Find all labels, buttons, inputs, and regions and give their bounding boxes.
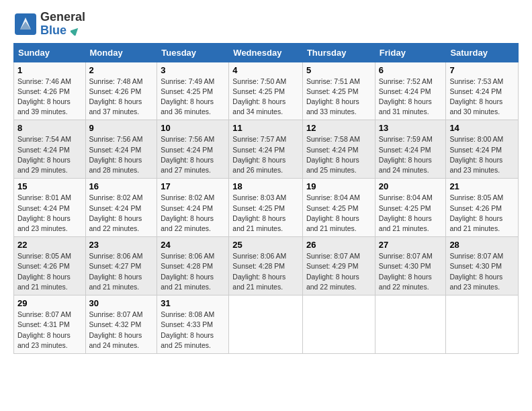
day-number: 25 xyxy=(232,240,299,250)
day-detail: Sunrise: 8:03 AMSunset: 4:25 PMDaylight:… xyxy=(232,193,299,234)
week-row-5: 29Sunrise: 8:07 AMSunset: 4:31 PMDayligh… xyxy=(14,295,519,354)
calendar: SundayMondayTuesdayWednesdayThursdayFrid… xyxy=(13,43,519,354)
week-row-3: 15Sunrise: 8:01 AMSunset: 4:24 PMDayligh… xyxy=(14,179,519,237)
day-detail: Sunrise: 8:07 AMSunset: 4:32 PMDaylight:… xyxy=(89,310,154,351)
day-cell: 30Sunrise: 8:07 AMSunset: 4:32 PMDayligh… xyxy=(85,295,157,354)
day-detail: Sunrise: 8:07 AMSunset: 4:30 PMDaylight:… xyxy=(379,251,443,292)
day-detail: Sunrise: 8:06 AMSunset: 4:28 PMDaylight:… xyxy=(161,251,225,292)
day-cell: 4Sunrise: 7:50 AMSunset: 4:25 PMDaylight… xyxy=(229,62,303,120)
day-detail: Sunrise: 8:07 AMSunset: 4:31 PMDaylight:… xyxy=(17,310,82,351)
day-cell: 3Sunrise: 7:49 AMSunset: 4:25 PMDaylight… xyxy=(157,62,229,120)
day-number: 15 xyxy=(17,181,82,191)
day-detail: Sunrise: 8:01 AMSunset: 4:24 PMDaylight:… xyxy=(17,193,82,234)
day-number: 12 xyxy=(306,123,371,133)
day-number: 6 xyxy=(379,65,443,75)
day-cell: 1Sunrise: 7:46 AMSunset: 4:26 PMDaylight… xyxy=(14,62,86,120)
day-number: 14 xyxy=(449,123,515,133)
col-header-saturday: Saturday xyxy=(446,43,519,62)
day-cell xyxy=(229,295,303,354)
day-number: 11 xyxy=(232,123,299,133)
day-detail: Sunrise: 8:07 AMSunset: 4:30 PMDaylight:… xyxy=(449,251,515,292)
day-number: 19 xyxy=(306,181,371,191)
day-detail: Sunrise: 7:59 AMSunset: 4:24 PMDaylight:… xyxy=(379,134,443,175)
logo-general: General xyxy=(40,10,85,24)
day-detail: Sunrise: 8:02 AMSunset: 4:24 PMDaylight:… xyxy=(89,193,154,234)
col-header-wednesday: Wednesday xyxy=(229,43,303,62)
day-detail: Sunrise: 8:08 AMSunset: 4:33 PMDaylight:… xyxy=(161,310,225,351)
day-cell xyxy=(302,295,375,354)
week-row-2: 8Sunrise: 7:54 AMSunset: 4:24 PMDaylight… xyxy=(14,120,519,179)
day-cell: 10Sunrise: 7:56 AMSunset: 4:24 PMDayligh… xyxy=(157,120,229,179)
day-number: 22 xyxy=(17,240,82,250)
day-number: 20 xyxy=(379,181,443,191)
day-cell: 17Sunrise: 8:02 AMSunset: 4:24 PMDayligh… xyxy=(157,179,229,237)
day-detail: Sunrise: 7:57 AMSunset: 4:24 PMDaylight:… xyxy=(232,134,299,175)
col-header-tuesday: Tuesday xyxy=(157,43,229,62)
col-header-friday: Friday xyxy=(375,43,446,62)
day-cell: 6Sunrise: 7:52 AMSunset: 4:24 PMDaylight… xyxy=(375,62,446,120)
calendar-header-row: SundayMondayTuesdayWednesdayThursdayFrid… xyxy=(14,43,519,62)
day-cell: 22Sunrise: 8:05 AMSunset: 4:26 PMDayligh… xyxy=(14,237,86,295)
day-number: 27 xyxy=(379,240,443,250)
day-number: 13 xyxy=(379,123,443,133)
day-detail: Sunrise: 7:54 AMSunset: 4:24 PMDaylight:… xyxy=(17,134,82,175)
day-cell: 31Sunrise: 8:08 AMSunset: 4:33 PMDayligh… xyxy=(157,295,229,354)
day-number: 31 xyxy=(161,298,225,308)
day-cell: 27Sunrise: 8:07 AMSunset: 4:30 PMDayligh… xyxy=(375,237,446,295)
col-header-monday: Monday xyxy=(85,43,157,62)
svg-marker-3 xyxy=(71,26,80,36)
day-number: 28 xyxy=(449,240,515,250)
day-cell: 13Sunrise: 7:59 AMSunset: 4:24 PMDayligh… xyxy=(375,120,446,179)
day-detail: Sunrise: 7:56 AMSunset: 4:24 PMDaylight:… xyxy=(161,134,225,175)
day-number: 9 xyxy=(89,123,154,133)
logo: General Blue xyxy=(13,11,85,38)
day-cell: 20Sunrise: 8:04 AMSunset: 4:25 PMDayligh… xyxy=(375,179,446,237)
logo-icon xyxy=(13,12,38,36)
day-number: 5 xyxy=(306,65,371,75)
day-cell: 9Sunrise: 7:56 AMSunset: 4:24 PMDaylight… xyxy=(85,120,157,179)
day-number: 16 xyxy=(89,181,154,191)
day-cell xyxy=(446,295,519,354)
day-number: 18 xyxy=(232,181,299,191)
day-detail: Sunrise: 7:53 AMSunset: 4:24 PMDaylight:… xyxy=(449,77,515,118)
day-cell: 19Sunrise: 8:04 AMSunset: 4:25 PMDayligh… xyxy=(302,179,375,237)
day-detail: Sunrise: 8:02 AMSunset: 4:24 PMDaylight:… xyxy=(161,193,225,234)
day-detail: Sunrise: 8:05 AMSunset: 4:26 PMDaylight:… xyxy=(449,193,515,234)
day-cell: 14Sunrise: 8:00 AMSunset: 4:24 PMDayligh… xyxy=(446,120,519,179)
day-number: 17 xyxy=(161,181,225,191)
day-cell: 5Sunrise: 7:51 AMSunset: 4:25 PMDaylight… xyxy=(302,62,375,120)
day-detail: Sunrise: 7:50 AMSunset: 4:25 PMDaylight:… xyxy=(232,77,299,118)
day-cell: 21Sunrise: 8:05 AMSunset: 4:26 PMDayligh… xyxy=(446,179,519,237)
day-number: 24 xyxy=(161,240,225,250)
day-detail: Sunrise: 8:07 AMSunset: 4:29 PMDaylight:… xyxy=(306,251,371,292)
header: General Blue xyxy=(13,11,519,38)
day-cell: 18Sunrise: 8:03 AMSunset: 4:25 PMDayligh… xyxy=(229,179,303,237)
day-detail: Sunrise: 8:04 AMSunset: 4:25 PMDaylight:… xyxy=(306,193,371,234)
day-detail: Sunrise: 8:06 AMSunset: 4:28 PMDaylight:… xyxy=(232,251,299,292)
day-detail: Sunrise: 8:04 AMSunset: 4:25 PMDaylight:… xyxy=(379,193,443,234)
day-cell: 12Sunrise: 7:58 AMSunset: 4:24 PMDayligh… xyxy=(302,120,375,179)
day-detail: Sunrise: 7:48 AMSunset: 4:26 PMDaylight:… xyxy=(89,77,154,118)
day-cell: 16Sunrise: 8:02 AMSunset: 4:24 PMDayligh… xyxy=(85,179,157,237)
day-number: 26 xyxy=(306,240,371,250)
day-number: 30 xyxy=(89,298,154,308)
week-row-1: 1Sunrise: 7:46 AMSunset: 4:26 PMDaylight… xyxy=(14,62,519,120)
col-header-thursday: Thursday xyxy=(302,43,375,62)
col-header-sunday: Sunday xyxy=(14,43,86,62)
day-number: 1 xyxy=(17,65,82,75)
day-cell: 11Sunrise: 7:57 AMSunset: 4:24 PMDayligh… xyxy=(229,120,303,179)
day-number: 7 xyxy=(449,65,515,75)
day-detail: Sunrise: 8:05 AMSunset: 4:26 PMDaylight:… xyxy=(17,251,82,292)
day-number: 29 xyxy=(17,298,82,308)
day-cell: 8Sunrise: 7:54 AMSunset: 4:24 PMDaylight… xyxy=(14,120,86,179)
day-detail: Sunrise: 7:49 AMSunset: 4:25 PMDaylight:… xyxy=(161,77,225,118)
day-number: 8 xyxy=(17,123,82,133)
logo-blue: Blue xyxy=(40,24,66,37)
day-detail: Sunrise: 7:51 AMSunset: 4:25 PMDaylight:… xyxy=(306,77,371,118)
day-cell: 28Sunrise: 8:07 AMSunset: 4:30 PMDayligh… xyxy=(446,237,519,295)
logo-arrow-icon xyxy=(71,26,80,36)
day-detail: Sunrise: 7:58 AMSunset: 4:24 PMDaylight:… xyxy=(306,134,371,175)
day-detail: Sunrise: 8:06 AMSunset: 4:27 PMDaylight:… xyxy=(89,251,154,292)
day-cell: 24Sunrise: 8:06 AMSunset: 4:28 PMDayligh… xyxy=(157,237,229,295)
day-detail: Sunrise: 7:52 AMSunset: 4:24 PMDaylight:… xyxy=(379,77,443,118)
